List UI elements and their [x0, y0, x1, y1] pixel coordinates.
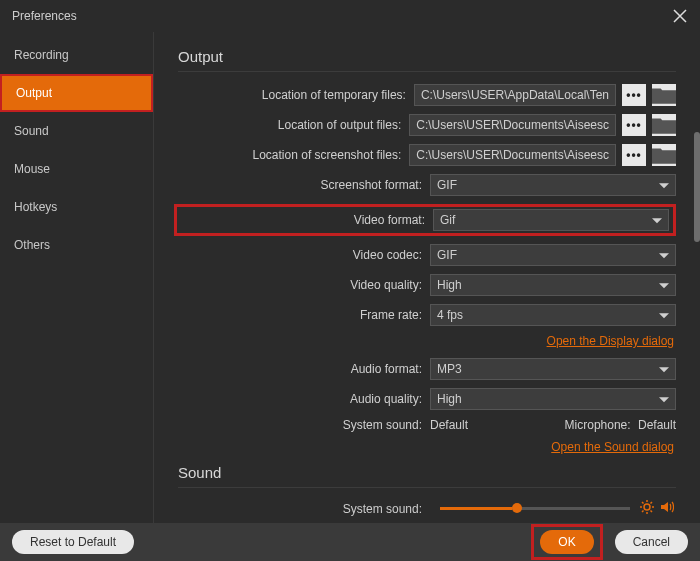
screenshot-files-path[interactable]: C:\Users\USER\Documents\Aiseesc [409, 144, 616, 166]
label-video-codec: Video codec: [178, 248, 430, 262]
main-panel: Output Location of temporary files: C:\U… [154, 32, 700, 523]
close-button[interactable] [670, 6, 690, 26]
label-system-sound-slider: System sound: [178, 502, 430, 516]
label-audio-format: Audio format: [178, 362, 430, 376]
row-video-quality: Video quality: High [178, 274, 676, 296]
label-system-sound: System sound: [178, 418, 430, 432]
row-temp-files: Location of temporary files: C:\Users\US… [178, 84, 676, 106]
browse-output-button[interactable]: ••• [622, 114, 646, 136]
video-quality-select[interactable]: High [430, 274, 676, 296]
label-screenshot-files: Location of screenshot files: [178, 148, 409, 162]
label-temp-files: Location of temporary files: [178, 88, 414, 102]
row-system-sound-slider: System sound: [178, 500, 676, 517]
label-screenshot-format: Screenshot format: [178, 178, 430, 192]
browse-screenshot-button[interactable]: ••• [622, 144, 646, 166]
microphone-pair: Microphone: Default [565, 418, 676, 432]
screenshot-format-select[interactable]: GIF [430, 174, 676, 196]
ok-button[interactable]: OK [540, 530, 593, 554]
svg-point-0 [644, 504, 650, 510]
window-title: Preferences [12, 9, 77, 23]
folder-icon [652, 115, 676, 136]
audio-quality-select[interactable]: High [430, 388, 676, 410]
dots-icon: ••• [626, 88, 642, 102]
section-heading-sound: Sound [178, 464, 676, 488]
open-display-dialog-link[interactable]: Open the Display dialog [547, 334, 674, 348]
label-output-files: Location of output files: [178, 118, 409, 132]
cancel-button[interactable]: Cancel [615, 530, 688, 554]
open-screenshot-folder-button[interactable] [652, 144, 676, 166]
label-frame-rate: Frame rate: [178, 308, 430, 322]
slider-thumb[interactable] [512, 503, 522, 513]
sidebar-item-label: Hotkeys [14, 200, 57, 214]
ok-highlight: OK [531, 524, 602, 560]
display-link-row: Open the Display dialog [178, 334, 676, 348]
sidebar-item-label: Others [14, 238, 50, 252]
open-output-folder-button[interactable] [652, 114, 676, 136]
temp-files-path[interactable]: C:\Users\USER\AppData\Local\Ten [414, 84, 616, 106]
settings-sound-icon[interactable] [640, 500, 654, 517]
row-audio-quality: Audio quality: High [178, 388, 676, 410]
audio-format-select[interactable]: MP3 [430, 358, 676, 380]
dots-icon: ••• [626, 148, 642, 162]
reset-to-default-button[interactable]: Reset to Default [12, 530, 134, 554]
label-video-quality: Video quality: [178, 278, 430, 292]
speaker-icon[interactable] [660, 500, 674, 517]
label-microphone: Microphone: [565, 418, 631, 432]
row-output-files: Location of output files: C:\Users\USER\… [178, 114, 676, 136]
titlebar: Preferences [0, 0, 700, 32]
body: Recording Output Sound Mouse Hotkeys Oth… [0, 32, 700, 523]
sidebar-item-sound[interactable]: Sound [0, 112, 153, 150]
row-video-codec: Video codec: GIF [178, 244, 676, 266]
row-video-format: Video format: Gif [174, 204, 676, 236]
sidebar-item-output[interactable]: Output [0, 74, 153, 112]
scrollbar-thumb[interactable] [694, 132, 700, 242]
sidebar-item-others[interactable]: Others [0, 226, 153, 264]
video-format-select[interactable]: Gif [433, 209, 669, 231]
slider-fill [440, 507, 512, 510]
microphone-value: Default [638, 418, 676, 432]
label-video-format: Video format: [181, 213, 433, 227]
folder-icon [652, 145, 676, 166]
row-audio-format: Audio format: MP3 [178, 358, 676, 380]
sidebar-item-label: Sound [14, 124, 49, 138]
row-frame-rate: Frame rate: 4 fps [178, 304, 676, 326]
label-audio-quality: Audio quality: [178, 392, 430, 406]
frame-rate-select[interactable]: 4 fps [430, 304, 676, 326]
footer: Reset to Default OK Cancel [0, 523, 700, 561]
open-temp-folder-button[interactable] [652, 84, 676, 106]
row-screenshot-files: Location of screenshot files: C:\Users\U… [178, 144, 676, 166]
row-sound-defaults: System sound: Default Microphone: Defaul… [178, 418, 676, 432]
row-screenshot-format: Screenshot format: GIF [178, 174, 676, 196]
dots-icon: ••• [626, 118, 642, 132]
sidebar: Recording Output Sound Mouse Hotkeys Oth… [0, 32, 154, 523]
sidebar-item-hotkeys[interactable]: Hotkeys [0, 188, 153, 226]
close-icon [673, 9, 687, 23]
sidebar-item-recording[interactable]: Recording [0, 36, 153, 74]
sidebar-item-label: Mouse [14, 162, 50, 176]
sidebar-item-label: Output [16, 86, 52, 100]
video-codec-select[interactable]: GIF [430, 244, 676, 266]
folder-icon [652, 85, 676, 106]
sidebar-item-label: Recording [14, 48, 69, 62]
sidebar-item-mouse[interactable]: Mouse [0, 150, 153, 188]
open-sound-dialog-link[interactable]: Open the Sound dialog [551, 440, 674, 454]
system-sound-slider[interactable] [440, 507, 630, 510]
output-files-path[interactable]: C:\Users\USER\Documents\Aiseesc [409, 114, 616, 136]
sound-link-row: Open the Sound dialog [178, 440, 676, 454]
section-heading-output: Output [178, 48, 676, 72]
system-sound-value: Default [430, 418, 468, 432]
browse-temp-button[interactable]: ••• [622, 84, 646, 106]
